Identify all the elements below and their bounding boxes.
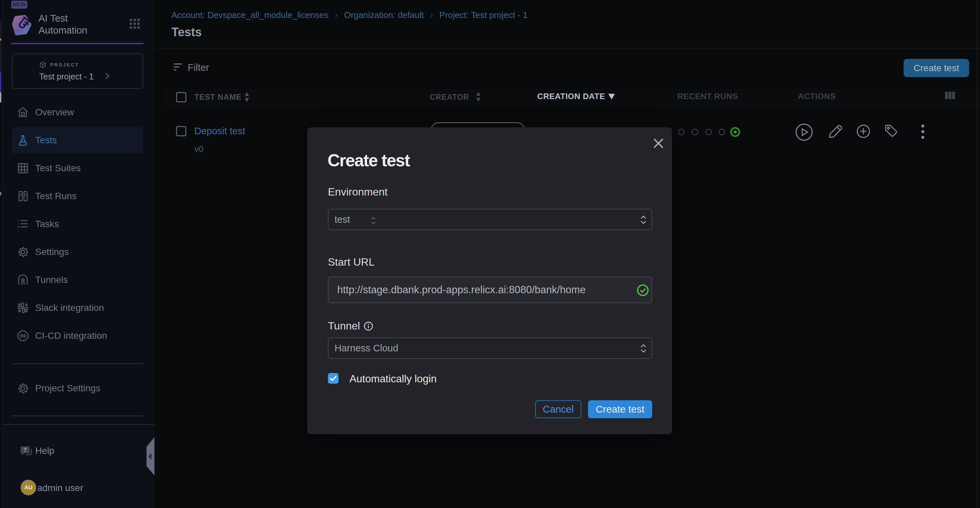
svg-text:?: ? <box>24 447 27 453</box>
